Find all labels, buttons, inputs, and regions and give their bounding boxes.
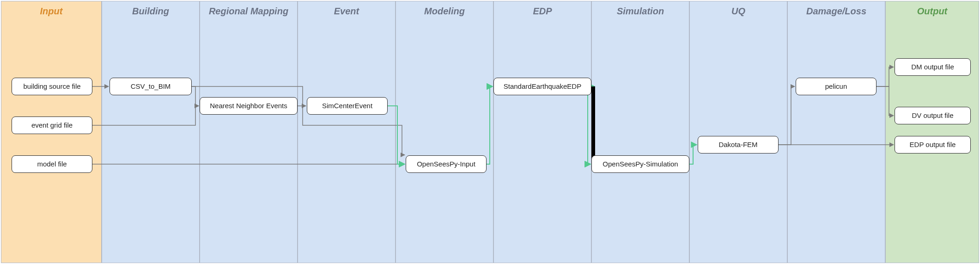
col-simulation-title: Simulation [592,6,689,17]
col-regional-title: Regional Mapping [200,6,297,17]
col-regional: Regional Mapping [200,1,298,263]
node-openseespy-sim: OpenSeesPy-Simulation [591,155,689,173]
node-edp-output: EDP output file [895,136,971,153]
col-damage-title: Damage/Loss [788,6,885,17]
workflow-diagram: Input Building Regional Mapping Event Mo… [0,0,980,264]
col-event-title: Event [298,6,395,17]
col-event: Event [298,1,396,263]
node-nearest-neighbor: Nearest Neighbor Events [200,97,298,115]
node-simcenter-event: SimCenterEvent [307,97,388,115]
node-pelicun: pelicun [796,78,877,95]
col-uq-title: UQ [690,6,787,17]
col-damage: Damage/Loss [787,1,885,263]
col-building-title: Building [102,6,199,17]
node-csv-to-bim: CSV_to_BIM [110,78,192,95]
node-openseespy-input: OpenSeesPy-Input [406,155,487,173]
node-dv-output: DV output file [895,107,971,124]
col-output: Output [885,1,979,263]
col-modeling-title: Modeling [396,6,493,17]
node-building-source-file: building source file [12,78,92,95]
node-dakota-fem: Dakota-FEM [698,136,779,153]
col-modeling: Modeling [396,1,493,263]
col-input-title: Input [1,6,101,17]
col-edp-title: EDP [494,6,591,17]
col-edp: EDP [493,1,591,263]
col-uq: UQ [689,1,787,263]
node-dm-output: DM output file [895,58,971,76]
node-standard-eq-edp: StandardEarthquakeEDP [493,78,591,95]
col-output-title: Output [886,6,979,17]
col-simulation: Simulation [591,1,689,263]
col-building: Building [102,1,200,263]
node-event-grid-file: event grid file [12,117,92,134]
node-model-file: model file [12,155,92,173]
